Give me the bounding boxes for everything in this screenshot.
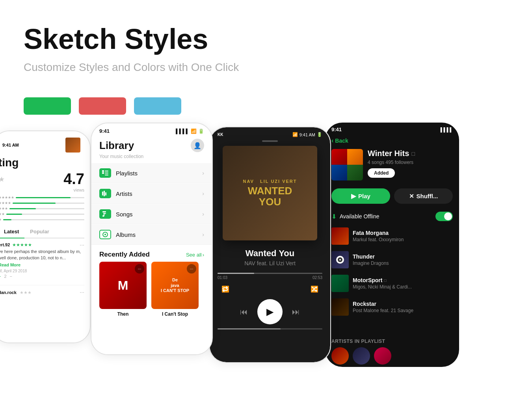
svg-point-13 — [104, 234, 106, 235]
swatch-green[interactable] — [24, 97, 71, 115]
p4-playlist-check: □ — [411, 151, 415, 157]
tab-latest[interactable]: Latest — [0, 225, 24, 238]
p4-art-cell-2 — [347, 149, 363, 165]
p4-track-list: Fata Morgana Markul feat. Oxxxymiron Thu… — [325, 224, 459, 334]
main-title: Sketch Styles — [24, 24, 508, 55]
p3-shuffle-icon[interactable]: 🔀 — [311, 285, 318, 293]
p2-menu-songs[interactable]: Songs › — [91, 204, 212, 224]
p3-carrier: KK — [218, 132, 223, 137]
p4-artist-circle-1[interactable] — [331, 347, 349, 365]
p4-playlist-title: Winter Hits □ — [368, 149, 453, 158]
p4-play-button[interactable]: ▶ Play — [331, 188, 390, 204]
p1-reviewer-stars: ★★★★★ — [12, 242, 32, 248]
p3-volume-bar[interactable] — [218, 328, 322, 329]
p4-artists-section: Artists in Playlist — [325, 334, 459, 367]
p4-track-title-rock: Rockstar — [353, 301, 453, 307]
p3-play-button[interactable]: ▶ — [257, 299, 283, 324]
p2-album-then[interactable]: M ··· Then — [99, 262, 147, 317]
track-motorsport[interactable]: MotorSport □ Migos, Nicki Minaj & Cardi.… — [325, 272, 459, 295]
phone-player: KK 📶 9:41 AM 🔋 NAV LIL UZI VERT WANTEDYO… — [209, 127, 331, 363]
p3-album-cover: NAV LIL UZI VERT WANTEDYOU — [223, 146, 317, 240]
p4-art-cell-3 — [331, 165, 347, 181]
p2-menu-artists[interactable]: Artists › — [91, 184, 212, 204]
p1-review-actions: + 2 − — [0, 274, 84, 279]
p3-rewind-icon[interactable]: ⏮ — [240, 307, 248, 316]
p4-offline-toggle[interactable] — [435, 212, 453, 221]
p3-repeat-icon[interactable]: 🔁 — [221, 285, 229, 293]
p2-user-avatar[interactable]: 👤 — [191, 139, 204, 152]
swatch-red[interactable] — [79, 97, 126, 115]
p4-track-art-rock — [331, 298, 349, 316]
p2-album-icant[interactable]: DejavaI CAN'T STOP ··· I Can't Stop — [151, 262, 199, 317]
p2-album-then-title: Then — [117, 311, 129, 317]
svg-rect-1 — [102, 172, 104, 174]
p4-playlist-meta: 4 songs 495 followers — [368, 160, 453, 165]
p2-content: 9:41 ▌▌▌▌ 📶 🔋 Library 👤 Your music colle… — [91, 123, 212, 354]
p3-song-artist: NAV feat. Lil Uzi Vert — [210, 260, 330, 266]
p4-back-button[interactable]: ‹ Back — [325, 134, 459, 147]
track-rockstar[interactable]: Rockstar Post Malone feat. 21 Savage — [325, 295, 459, 319]
p2-playlists-label: Playlists — [116, 170, 202, 177]
p4-back-label: Back — [335, 138, 348, 144]
p2-albums-label: Albums — [116, 231, 202, 238]
p3-progress-times: 01:03 02:53 — [218, 275, 322, 280]
p2-albums-icon — [99, 230, 111, 239]
p4-playlist-header: Winter Hits □ 4 songs 495 followers Adde… — [325, 147, 459, 185]
p2-status-icons: ▌▌▌▌ 📶 🔋 — [176, 128, 204, 134]
p2-playlists-icon — [99, 168, 111, 178]
p2-see-all[interactable]: See all › — [186, 252, 204, 258]
p3-forward-icon[interactable]: ⏭ — [292, 307, 300, 316]
p3-controls: ⏮ ▶ ⏭ — [210, 299, 330, 324]
p4-track-info-rock: Rockstar Post Malone feat. 21 Savage — [353, 301, 453, 313]
svg-rect-4 — [105, 175, 108, 175]
p3-progress-fill — [218, 273, 254, 274]
p4-shuffle-button[interactable]: ✕ Shuffl... — [394, 188, 453, 204]
svg-rect-0 — [102, 170, 104, 172]
p3-volume-fill — [218, 328, 281, 329]
svg-rect-8 — [102, 211, 106, 212]
p3-total-time: 02:53 — [313, 275, 322, 280]
p2-status: 9:41 ▌▌▌▌ 📶 🔋 — [91, 123, 212, 136]
tab-popular[interactable]: Popular — [24, 225, 54, 238]
p4-offline-label: Available Offline — [340, 213, 379, 220]
p2-recently-added-header: Recently Added See all › — [91, 245, 212, 262]
p4-artist-circle-3[interactable] — [374, 347, 391, 365]
p1-review: ert.92 ★★★★★ ··· ve here perhaps the str… — [0, 238, 84, 282]
p3-pull-handle[interactable] — [262, 140, 278, 142]
p4-signal: ▌▌▌▌ — [441, 127, 453, 132]
p2-menu-playlists[interactable]: Playlists › — [91, 163, 212, 183]
p2-time: 9:41 — [99, 128, 110, 134]
p2-recently-added-label: Recently Added — [99, 251, 150, 259]
p1-app-title: ting — [0, 156, 84, 169]
p4-track-title-fata: Fata Morgana — [353, 230, 453, 236]
p1-album-thumb — [65, 138, 80, 153]
p2-album-then-dots[interactable]: ··· — [135, 264, 144, 274]
track-thunder[interactable]: Thunder Imagine Dragons — [325, 248, 459, 272]
p4-artist-circle-2[interactable] — [353, 347, 370, 365]
p2-albums-row: M ··· Then DejavaI CAN'T STOP ··· I Can'… — [91, 262, 212, 317]
p4-art-cell-4 — [347, 165, 363, 181]
p1-like-icon[interactable]: + — [0, 274, 1, 279]
p4-playlist-info: Winter Hits □ 4 songs 495 followers Adde… — [368, 149, 453, 178]
p2-album-icant-dots[interactable]: ··· — [187, 264, 196, 274]
p2-albums-chevron: › — [202, 231, 204, 238]
p1-read-more[interactable]: Read More — [0, 262, 20, 267]
p2-library-title: Library — [99, 140, 134, 152]
p1-more-icon2[interactable]: ··· — [80, 289, 84, 295]
p3-extra-controls: 🔁 🔀 — [210, 280, 330, 293]
p1-reviewer: ert.92 — [0, 242, 10, 247]
p4-artists-row — [331, 347, 453, 365]
p1-dislike-icon[interactable]: − — [10, 274, 12, 279]
p1-more-icon[interactable]: ··· — [80, 242, 84, 248]
p4-track-title-thunder: Thunder — [353, 253, 453, 260]
p4-added-button[interactable]: Added — [368, 168, 395, 178]
p3-time: 9:41 AM — [299, 132, 315, 137]
swatch-blue[interactable] — [134, 97, 181, 115]
p2-playlists-chevron: › — [202, 170, 204, 176]
header-section: Sketch Styles Customize Styles and Color… — [0, 0, 532, 86]
p3-progress-bar[interactable]: 01:03 02:53 — [218, 273, 322, 280]
p1-review-date: M, April 29 2018 — [0, 269, 84, 273]
p2-menu-albums[interactable]: Albums › — [91, 225, 212, 245]
track-fata-morgana[interactable]: Fata Morgana Markul feat. Oxxxymiron — [325, 224, 459, 248]
p3-progress-track — [218, 273, 322, 274]
